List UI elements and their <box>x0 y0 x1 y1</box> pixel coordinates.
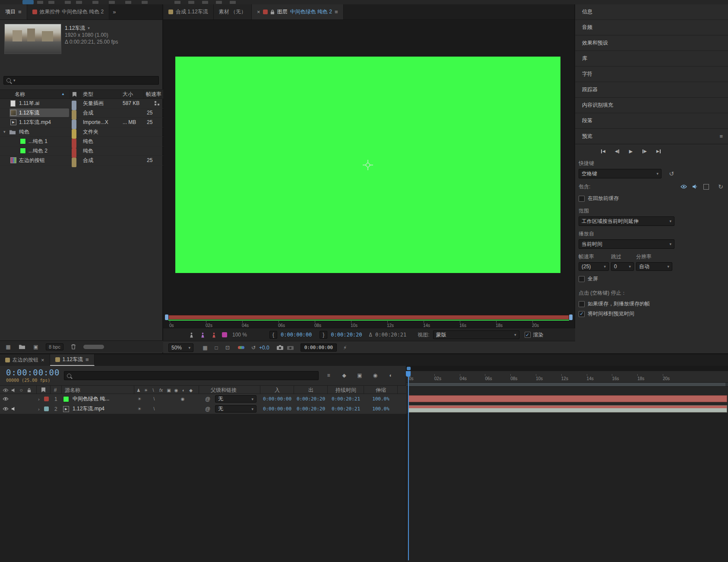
sort-ascending-icon[interactable]: ▲ <box>61 90 65 98</box>
layer-bar-solid[interactable] <box>408 395 727 402</box>
render-checkbox[interactable]: ✓ <box>525 332 531 338</box>
project-row-video[interactable]: ▶ 1.12车流.mp4 Importe...X ... MB 25 <box>0 117 163 127</box>
interpret-footage-icon[interactable]: ▦ <box>4 343 12 351</box>
audio-column-speaker-icon[interactable] <box>9 386 17 394</box>
composition-mini-flowchart-icon[interactable]: ≡ <box>325 371 332 379</box>
work-area-start-handle[interactable] <box>165 314 168 320</box>
zoom-tool-icon[interactable] <box>48 1 54 4</box>
collapse-switch-icon[interactable]: ☀ <box>136 394 143 404</box>
out-column-header[interactable]: 出 <box>294 386 327 394</box>
range-dropdown[interactable]: 工作区域按当前时间延伸 ▾ <box>579 216 674 226</box>
layer-duration-value[interactable]: 0:00:20:21 <box>328 394 364 404</box>
fx-column-icon[interactable]: fx <box>158 386 165 394</box>
panel-content-aware-fill[interactable]: 内容识别填充 <box>575 98 728 113</box>
parent-dropdown[interactable]: 无 ▾ <box>215 405 256 413</box>
timeline-search-input[interactable] <box>64 371 319 380</box>
fullscreen-checkbox[interactable] <box>579 276 585 282</box>
roto-figure-icon-red[interactable] <box>210 331 218 339</box>
collapse-column-icon[interactable]: ☀ <box>143 386 149 394</box>
anchor-point-crosshair-icon[interactable] <box>362 159 373 171</box>
motion-blur-icon[interactable]: ◉ <box>371 371 379 379</box>
tab-footage[interactable]: 素材 （无） <box>214 4 252 19</box>
layer-bar-video[interactable] <box>408 405 727 413</box>
panel-menu-icon[interactable]: ≡ <box>18 9 22 15</box>
layer-out-timecode[interactable]: 0:00:20:20 <box>331 332 362 338</box>
motion-blur-switch-icon[interactable]: ◉ <box>179 394 187 404</box>
roto-brush-tool-icon[interactable] <box>216 1 222 4</box>
project-row-folder[interactable]: ▾ 纯色 文件夹 <box>0 127 163 137</box>
layer-eye-icon[interactable] <box>2 404 9 414</box>
duration-column-header[interactable]: 持续时间 <box>328 386 364 394</box>
panel-character[interactable]: 字符 <box>575 67 728 82</box>
graph-editor-icon[interactable]: ◐ <box>387 371 395 379</box>
work-area-right-handle[interactable] <box>725 383 728 386</box>
parent-link-column-header[interactable]: 父级和链接 <box>211 386 237 394</box>
work-area-bar[interactable] <box>406 383 728 387</box>
move-time-checkbox[interactable]: ✓ <box>579 311 585 317</box>
viewer-time-ruler[interactable]: 0s 02s 04s 06s 08s 10s 12s 14s 16s 18s 2… <box>163 313 575 328</box>
column-name[interactable]: 名称 <box>15 90 25 98</box>
selection-tool-icon[interactable] <box>22 0 34 4</box>
scrollbar-handle[interactable] <box>407 367 411 370</box>
draft-3d-icon[interactable]: ◆ <box>340 371 348 379</box>
skip-dropdown[interactable]: 0 ▾ <box>611 262 634 271</box>
reset-preview-icon[interactable]: ↺ <box>668 170 675 178</box>
layer-in-timecode[interactable]: 0:00:00:00 <box>281 332 312 338</box>
clone-stamp-tool-icon[interactable] <box>188 1 194 4</box>
frame-blending-icon[interactable]: ▣ <box>356 371 364 379</box>
panel-effects-presets[interactable]: 效果和预设 <box>575 35 728 51</box>
eraser-tool-icon[interactable] <box>202 1 208 4</box>
show-snapshot-icon[interactable] <box>287 344 294 352</box>
reset-exposure-icon[interactable]: ↺ <box>250 344 257 352</box>
project-comp-name[interactable]: 1.12车流 <box>65 25 85 32</box>
work-area-end-handle[interactable] <box>569 314 573 320</box>
layer-stretch-value[interactable]: 100.0% <box>364 404 397 414</box>
include-audio-speaker-icon[interactable] <box>691 183 699 191</box>
project-row-comp-selected[interactable]: 1.12车流 合成 25 <box>0 108 163 118</box>
layer-expander-icon[interactable]: › <box>38 394 40 404</box>
out-bracket-icon[interactable]: } <box>320 331 327 339</box>
comp-name-caret-icon[interactable]: ▾ <box>88 25 90 32</box>
resolution-dropdown[interactable]: 自动 ▾ <box>636 262 672 271</box>
panel-menu-icon[interactable]: ≡ <box>85 356 89 363</box>
layer-label-chip[interactable] <box>44 406 49 411</box>
hand-tool-icon[interactable] <box>37 1 43 4</box>
layer-stretch-value[interactable]: 100.0% <box>364 394 397 404</box>
panel-menu-icon[interactable]: ≡ <box>335 9 338 15</box>
adjustment-column-icon[interactable]: ◐ <box>180 386 187 394</box>
shy-column-icon[interactable]: ♟ <box>136 386 142 394</box>
play-button[interactable]: ▶ <box>625 147 636 156</box>
project-thumbnail[interactable] <box>4 24 61 54</box>
tab-composition[interactable]: 合成 1.12车流 <box>163 4 214 19</box>
lock-column-icon[interactable] <box>25 386 33 394</box>
camera-tool-icon[interactable] <box>76 1 82 4</box>
pen-tool-icon[interactable] <box>125 1 131 4</box>
magnification-dropdown[interactable]: 50% ▾ <box>168 343 193 352</box>
close-tab-icon[interactable]: × <box>257 9 260 15</box>
tab-project[interactable]: 项目 ≡ <box>0 4 27 19</box>
layer-out-value[interactable]: 0:00:20:20 <box>294 394 327 404</box>
folder-expander-icon[interactable]: ▾ <box>3 127 6 137</box>
layer-speaker-icon[interactable] <box>9 404 17 414</box>
layer-out-value[interactable]: 0:00:20:20 <box>294 404 327 414</box>
roto-figure-icon-purple[interactable] <box>199 331 206 339</box>
next-frame-button[interactable]: ▶ <box>639 147 650 156</box>
preview-timecode-box[interactable]: 0:00:00:00 <box>301 343 337 352</box>
loop-icon[interactable]: ↻ <box>717 183 725 191</box>
collapse-switch-icon[interactable]: ☀ <box>136 404 143 414</box>
last-frame-button[interactable]: ▶ <box>653 147 664 156</box>
bit-depth-button[interactable]: 8 bpc <box>46 343 63 350</box>
cache-before-playback-checkbox[interactable] <box>579 196 585 202</box>
stretch-column-header[interactable]: 伸缩 <box>364 386 397 394</box>
tab-timeline-button-comp[interactable]: 左边的按钮 × <box>0 354 50 366</box>
tab-layer[interactable]: × 图层 中间色绿色 纯色 2 ≡ <box>252 4 344 19</box>
current-timecode[interactable]: 0:00:00:00 <box>6 368 60 377</box>
video-column-eye-icon[interactable] <box>2 386 9 394</box>
panel-menu-icon[interactable]: ≡ <box>719 129 723 144</box>
layer-in-value[interactable]: 0:00:00:00 <box>261 404 294 414</box>
in-column-header[interactable]: 入 <box>261 386 294 394</box>
motion-blur-column-icon[interactable]: ◉ <box>173 386 179 394</box>
frame-blend-column-icon[interactable]: ▣ <box>166 386 172 394</box>
layer-label-chip[interactable] <box>44 397 49 401</box>
shortcut-dropdown[interactable]: 空格键 ▾ <box>579 169 662 178</box>
